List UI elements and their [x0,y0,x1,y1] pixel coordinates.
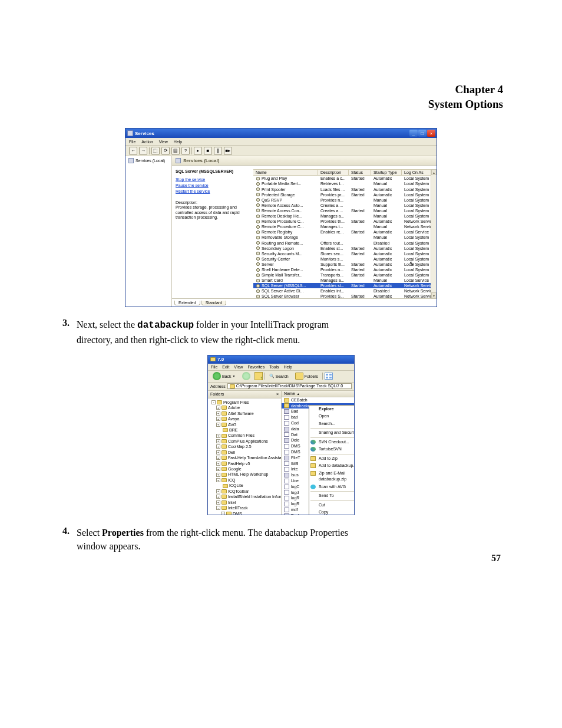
expand-collapse-button[interactable]: + [216,450,220,454]
up-button[interactable] [254,372,263,380]
tree-row[interactable]: +Fast-Help Translation Assistant [208,455,281,460]
tree-row[interactable]: +Altef Software [208,411,281,416]
menu-help[interactable]: Help [174,140,182,144]
menu-file[interactable]: File [211,365,217,369]
tree-row[interactable]: +Dell [208,450,281,455]
close-button[interactable]: × [427,130,435,137]
tab-standard[interactable]: Standard [201,301,226,305]
expand-collapse-button[interactable]: - [216,506,220,510]
menu-edit[interactable]: Edit [222,365,229,369]
minimize-button[interactable]: _ [409,130,418,137]
tree-row[interactable]: +Adobe [208,405,281,410]
close-tree-button[interactable]: × [276,392,279,396]
back-button[interactable]: Back▼ [210,371,238,381]
table-row[interactable]: Portable Media Seri...Retrieves t...Manu… [253,181,437,186]
ctx-open[interactable]: Open [309,413,354,420]
expand-collapse-button[interactable]: + [216,434,220,438]
expand-collapse-button[interactable]: + [216,500,220,505]
explorer-titlebar[interactable]: 7.0 [208,355,354,364]
table-row[interactable]: Print SpoolerLoads files ...StartedAutom… [253,187,437,192]
tree-row[interactable]: +Google [208,466,281,472]
ctx-sharing[interactable]: Sharing and Security... [309,429,354,437]
views-button[interactable] [325,373,333,380]
table-row[interactable]: Remote Access Auto...Creates a ...Manual… [253,203,437,208]
folders-button[interactable]: Folders [293,371,320,381]
ctx-search[interactable]: Search... [309,420,354,428]
name-column-header[interactable]: Name [284,391,295,396]
tree-row[interactable]: +Intel [208,500,281,505]
pause-button[interactable]: ‖ [214,147,222,155]
table-row[interactable]: Remote Procedure C...Provides th...Start… [253,219,437,224]
tree-row[interactable]: +InstallShield Installation Informat [208,494,281,499]
tree-row[interactable]: +FastHelp v5 [208,461,281,466]
table-header-row[interactable]: Name Description Status Startup Type Log… [253,169,437,176]
expand-collapse-button[interactable]: + [216,406,220,410]
expand-collapse-button[interactable]: + [216,423,220,427]
menu-favorites[interactable]: Favorites [247,365,265,369]
ctx-zipmail[interactable]: Zip and E-Mail databackup.zip [309,470,354,483]
menu-file[interactable]: File [129,140,135,144]
left-tree[interactable]: Services (Local) [125,156,172,307]
expand-collapse-button[interactable]: + [216,456,220,460]
ctx-svn-checkout[interactable]: SVN Checkout... [309,439,354,446]
tree-row[interactable]: -IntelliTrack [208,505,281,510]
table-row[interactable]: SQL Server BrowserProvides S...StartedAu… [253,294,437,298]
tree-row[interactable]: +AVG [208,422,281,427]
expand-collapse-button[interactable]: + [216,495,220,499]
tab-extended[interactable]: Extended [174,301,200,305]
ctx-addto[interactable]: Add to databackup.zip [309,462,354,470]
table-row[interactable]: Secondary LogonEnables st...StartedAutom… [253,246,437,251]
stop-service-link[interactable]: Stop the service [176,177,250,183]
list-item[interactable]: CEBatch [282,397,354,403]
restart-button[interactable]: ■▸ [224,147,232,155]
menu-help[interactable]: Help [284,365,292,369]
folder-tree-pane[interactable]: Folders× -Program Files+Adobe+Altef Soft… [208,391,282,515]
restart-service-link[interactable]: Restart the service [176,189,250,195]
expand-collapse-button[interactable]: + [216,444,220,449]
table-row[interactable]: QoS RSVPProvides n...ManualLocal System [253,197,437,203]
tree-row[interactable]: +CoolMap 2.5 [208,444,281,449]
table-row[interactable]: Remote RegistryEnables re...StartedAutom… [253,229,437,235]
tree-row[interactable]: +ICQ [208,477,281,483]
expand-collapse-button[interactable]: - [211,400,216,404]
file-list-pane[interactable]: Name▲ CEBatchdatabackupBadbadCoddataDatD… [282,391,354,515]
tree-row[interactable]: +ComPlus Applications [208,439,281,444]
menu-tools[interactable]: Tools [269,365,279,369]
tree-row[interactable]: ICQLite [208,483,281,488]
expand-collapse-button[interactable]: + [216,462,220,466]
tree-row[interactable]: -Program Files [208,400,281,405]
toolbar-button[interactable]: ⬚ [151,147,160,155]
forward-button[interactable] [240,371,253,381]
expand-collapse-button[interactable]: + [216,489,220,493]
maximize-button[interactable]: □ [418,130,427,137]
tree-row[interactable]: +Avaya [208,416,281,421]
table-row[interactable]: Plug and PlayEnables a c...StartedAutoma… [253,176,437,181]
expand-collapse-button[interactable]: + [216,478,220,482]
col-status[interactable]: Status [349,170,371,175]
nav-forward-button[interactable]: → [139,147,147,155]
col-desc[interactable]: Description [318,170,349,175]
scroll-up-button[interactable]: ▴ [431,169,437,175]
ctx-scan[interactable]: Scan with AVG [309,483,354,491]
table-row[interactable]: Protected StorageProvides pr...StartedAu… [253,192,437,197]
address-field[interactable]: C:\Program Files\IntelliTrack\DMS\Packag… [227,383,352,389]
ctx-addzip[interactable]: Add to Zip [309,455,354,463]
table-row[interactable]: Simple Mail Transfer...Transports...Star… [253,272,437,278]
menu-view[interactable]: View [159,140,168,144]
table-row[interactable]: SQL Server Active Di...Enables int...Dis… [253,288,437,294]
play-button[interactable]: ▸ [194,147,202,155]
col-type[interactable]: Startup Type [371,170,402,175]
table-row[interactable]: Security Accounts M...Stores sec...Start… [253,251,437,256]
table-row[interactable]: Removable StorageManualLocal System [253,235,437,240]
tree-row[interactable]: BRE [208,427,281,433]
expand-collapse-button[interactable]: + [216,411,220,416]
table-body[interactable]: Plug and PlayEnables a c...StartedAutoma… [253,176,437,298]
tree-row[interactable]: +ICQToolbar [208,489,281,494]
table-row[interactable]: Shell Hardware Dete...Provides n...Start… [253,267,437,272]
search-button[interactable]: 🔍 Search [267,371,291,381]
stop-button[interactable]: ■ [204,147,212,155]
tree-row[interactable]: +Common Files [208,433,281,438]
table-row[interactable]: Remote Access Con...Creates a ...Started… [253,208,437,213]
table-row[interactable]: Remote Desktop He...Manages a...ManualLo… [253,213,437,219]
ctx-copy[interactable]: Copy [309,509,354,515]
